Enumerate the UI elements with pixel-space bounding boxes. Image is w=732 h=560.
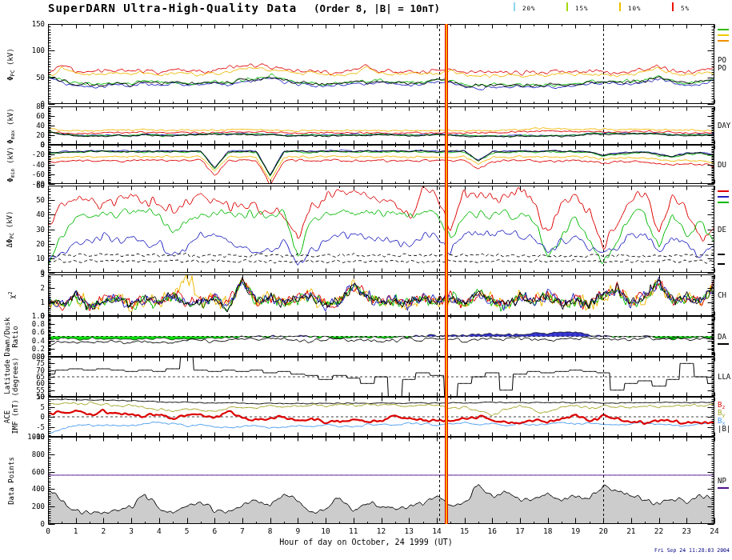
right-label-phi-pc-0: PO bbox=[718, 56, 726, 64]
x-tick-label: 3 bbox=[121, 526, 142, 535]
right-label-data-points-0: NP bbox=[718, 477, 726, 485]
y-tick-label: 0.6 bbox=[16, 328, 45, 336]
y-tick-label: 0 bbox=[16, 413, 45, 421]
y-tick-label: 20 bbox=[16, 131, 45, 139]
x-tick-label: 6 bbox=[204, 526, 225, 535]
y-tick-label: -5 bbox=[16, 423, 45, 431]
right-dash-swatch bbox=[718, 343, 729, 345]
right-label-chi-squared-0: CH bbox=[718, 291, 726, 299]
y-tick-label: 10 bbox=[16, 254, 45, 262]
legend-label: 20% bbox=[522, 2, 536, 12]
right-legend-swatch bbox=[718, 196, 729, 198]
y-tick-label: 50 bbox=[16, 196, 45, 204]
right-legend-swatch bbox=[718, 202, 729, 203]
x-tick-label: 17 bbox=[510, 526, 530, 535]
x-tick-label: 4 bbox=[149, 526, 170, 535]
y-tick-label: 600 bbox=[16, 468, 45, 476]
right-label-phi-pc-1: PO bbox=[718, 64, 726, 72]
right-dash-swatch bbox=[718, 254, 725, 255]
y-tick-label: 10 bbox=[16, 393, 45, 401]
right-label-dphi-pc-0: DE bbox=[718, 226, 726, 234]
right-dash-swatch bbox=[718, 487, 729, 489]
y-tick-label: 20 bbox=[16, 240, 45, 248]
y-tick-label: -20 bbox=[16, 150, 45, 158]
x-tick-label: 15 bbox=[454, 526, 475, 535]
x-tick-label: 22 bbox=[649, 526, 670, 535]
y-tick-label: 5 bbox=[16, 403, 45, 411]
plot-canvas bbox=[0, 0, 732, 560]
legend-tick-icon bbox=[514, 2, 515, 11]
x-tick-label: 7 bbox=[232, 526, 253, 535]
x-tick-label: 5 bbox=[177, 526, 198, 535]
chart-subtitle: (Order 8, |B| = 10nT) bbox=[314, 2, 440, 14]
x-axis-label: Hour of day on October, 24 1999 (UT) bbox=[0, 538, 732, 546]
chart-title: SuperDARN Ultra-High-Quality Data bbox=[48, 2, 297, 14]
y-tick-label: 150 bbox=[16, 20, 45, 28]
y-tick-label: 40 bbox=[16, 122, 45, 130]
x-tick-label: 14 bbox=[426, 526, 447, 535]
y-tick-label: 800 bbox=[16, 450, 45, 458]
x-tick-label: 13 bbox=[398, 526, 419, 535]
x-tick-label: 16 bbox=[482, 526, 502, 535]
y-tick-label: 3 bbox=[16, 270, 45, 278]
y-tick-label: 40 bbox=[16, 210, 45, 218]
y-tick-label: 2 bbox=[16, 284, 45, 292]
right-label-dawn-dusk-ratio-0: DA bbox=[718, 333, 726, 341]
y-tick-label: 30 bbox=[16, 226, 45, 234]
legend-item-20%: 20% bbox=[514, 2, 566, 12]
x-tick-label: 9 bbox=[287, 526, 308, 535]
legend-label: 10% bbox=[628, 2, 642, 12]
right-dash-swatch bbox=[718, 263, 725, 265]
x-tick-label: 2 bbox=[93, 526, 114, 535]
legend-label: 15% bbox=[575, 2, 589, 12]
x-tick-label: 19 bbox=[565, 526, 586, 535]
x-tick-label: 11 bbox=[343, 526, 364, 535]
x-tick-label: 0 bbox=[38, 526, 58, 535]
y-tick-label: 60 bbox=[16, 182, 45, 190]
x-tick-label: 24 bbox=[704, 526, 725, 535]
y-tick-label: 0.8 bbox=[16, 320, 45, 328]
y-tick-label: -60 bbox=[16, 170, 45, 178]
y-tick-label: 400 bbox=[16, 485, 45, 493]
y-tick-label: 80 bbox=[16, 353, 45, 361]
y-tick-label: 0.4 bbox=[16, 337, 45, 345]
y-tick-label: 1 bbox=[16, 298, 45, 306]
right-label-latitude-0: LLA bbox=[718, 373, 730, 381]
right-legend-swatch bbox=[718, 40, 729, 42]
legend-tick-icon bbox=[566, 2, 568, 11]
right-legend-swatch bbox=[718, 29, 729, 30]
right-label-ace-imf-3: |B| bbox=[718, 425, 730, 433]
right-legend-swatch bbox=[718, 190, 729, 192]
x-tick-label: 23 bbox=[676, 526, 697, 535]
y-tick-label: 1000 bbox=[16, 433, 45, 441]
render-timestamp: Fri Sep 24 11:28:03 2004 bbox=[654, 547, 730, 554]
y-tick-label: -40 bbox=[16, 161, 45, 169]
right-label-phi-max-0: DAY bbox=[718, 122, 730, 130]
y-tick-label: 50 bbox=[16, 74, 45, 82]
x-tick-label: 1 bbox=[66, 526, 86, 535]
y-tick-label: 100 bbox=[16, 46, 45, 54]
x-tick-label: 18 bbox=[538, 526, 558, 535]
top-legend: 20%15%10%5% bbox=[514, 2, 725, 12]
y-tick-label: 1.0 bbox=[16, 312, 45, 320]
y-tick-label: 200 bbox=[16, 502, 45, 510]
legend-tick-icon bbox=[672, 2, 674, 11]
right-label-phi-min-0: DU bbox=[718, 161, 726, 169]
legend-tick-icon bbox=[619, 2, 621, 11]
y-tick-label: 0 bbox=[16, 141, 45, 149]
legend-item-15%: 15% bbox=[566, 2, 619, 12]
x-tick-label: 10 bbox=[315, 526, 336, 535]
y-tick-label: 60 bbox=[16, 112, 45, 120]
x-tick-label: 20 bbox=[593, 526, 614, 535]
superdarn-plot: SuperDARN Ultra-High-Quality Data (Order… bbox=[0, 0, 732, 560]
y-tick-label: 80 bbox=[16, 102, 45, 110]
legend-item-10%: 10% bbox=[619, 2, 672, 12]
right-legend-swatch bbox=[718, 34, 729, 36]
x-tick-label: 21 bbox=[621, 526, 642, 535]
legend-label: 5% bbox=[681, 2, 690, 12]
y-tick-label: 0.2 bbox=[16, 345, 45, 353]
x-tick-label: 12 bbox=[371, 526, 392, 535]
x-tick-label: 8 bbox=[260, 526, 281, 535]
legend-item-5%: 5% bbox=[672, 2, 725, 12]
